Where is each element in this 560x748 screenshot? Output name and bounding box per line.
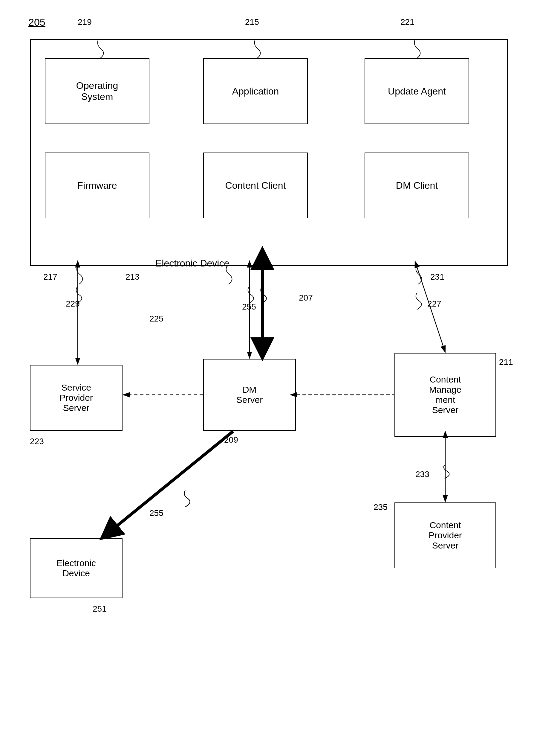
electronic-device-2-box: ElectronicDevice — [30, 538, 123, 598]
firmware-label: Firmware — [77, 180, 117, 191]
ref-221: 221 — [400, 17, 414, 27]
content-provider-server-label: ContentProviderServer — [429, 520, 462, 551]
update-agent-label: Update Agent — [388, 86, 446, 97]
diagram-container: 205 Electronic Device OperatingSystem Ap… — [0, 0, 560, 748]
operating-system-box: OperatingSystem — [45, 58, 149, 124]
content-provider-server-box: ContentProviderServer — [394, 502, 496, 568]
dm-client-label: DM Client — [396, 180, 438, 191]
ref-211: 211 — [499, 357, 513, 367]
update-agent-box: Update Agent — [365, 58, 469, 124]
application-label: Application — [232, 86, 279, 97]
ref-205: 205 — [28, 17, 45, 28]
ref-207: 207 — [299, 293, 313, 303]
ref-251: 251 — [93, 604, 107, 614]
ref-233: 233 — [415, 470, 430, 479]
ref-215: 215 — [245, 17, 259, 27]
ref-231: 231 — [430, 272, 444, 282]
content-client-box: Content Client — [203, 153, 308, 218]
dm-server-box: DMServer — [203, 359, 296, 431]
content-client-label: Content Client — [225, 180, 286, 191]
ref-217: 217 — [43, 272, 57, 282]
application-box: Application — [203, 58, 308, 124]
ref-227: 227 — [427, 299, 441, 309]
content-management-server-label: ContentManagementServer — [429, 374, 461, 415]
electronic-device-label: Electronic Device — [155, 258, 229, 269]
dm-client-box: DM Client — [365, 153, 469, 218]
firmware-box: Firmware — [45, 153, 149, 218]
ref-225: 225 — [149, 314, 164, 324]
ref-223: 223 — [30, 437, 44, 446]
dm-server-label: DMServer — [236, 384, 263, 405]
ref-209: 209 — [224, 435, 238, 445]
service-provider-server-label: ServiceProviderServer — [59, 382, 93, 413]
ref-255b: 255 — [149, 509, 164, 518]
ref-255a: 255 — [242, 302, 256, 312]
ref-219: 219 — [78, 17, 92, 27]
electronic-device-2-label: ElectronicDevice — [56, 558, 96, 579]
operating-system-label: OperatingSystem — [76, 80, 118, 102]
service-provider-server-box: ServiceProviderServer — [30, 365, 123, 431]
ref-213: 213 — [125, 272, 140, 282]
ref-235: 235 — [373, 502, 388, 512]
svg-line-11 — [102, 431, 233, 538]
content-management-server-box: ContentManagementServer — [394, 353, 496, 437]
ref-229: 229 — [66, 299, 80, 309]
